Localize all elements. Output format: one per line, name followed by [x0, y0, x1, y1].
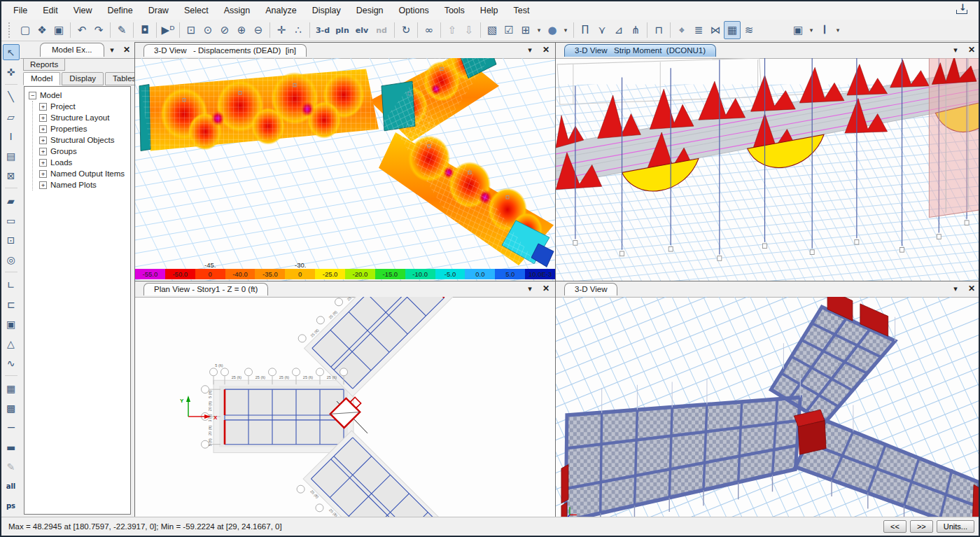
- new-model-icon[interactable]: ▢: [17, 21, 34, 39]
- menu-item[interactable]: Help: [472, 3, 506, 18]
- tendon-display-icon[interactable]: ⋈: [707, 21, 724, 39]
- menu-item[interactable]: View: [66, 3, 100, 18]
- draw-edge-icon[interactable]: ∟: [3, 277, 20, 293]
- pane-title-bar[interactable]: 3-D View - Displacements (DEAD) [in] ▾ ✕: [135, 43, 555, 59]
- tree-root[interactable]: −Model: [29, 90, 129, 101]
- draw-beam-strip-icon[interactable]: Ⅰ: [3, 419, 19, 436]
- reshape-object-icon[interactable]: ✜: [3, 64, 20, 80]
- ramp-loads-icon[interactable]: ⊿: [610, 21, 627, 39]
- contour-display-icon[interactable]: ▦: [724, 21, 741, 39]
- explorer-close-icon[interactable]: ✕: [123, 45, 130, 55]
- zoom-out-icon[interactable]: ⊖: [250, 21, 267, 39]
- select-previous-icon[interactable]: ps: [3, 498, 20, 514]
- tree-item[interactable]: +Project: [39, 101, 129, 112]
- view-elevation-button[interactable]: elv: [352, 21, 372, 39]
- zoom-previous-icon[interactable]: ⊘: [216, 21, 233, 39]
- shaded-view-icon[interactable]: ●: [544, 21, 561, 39]
- expand-icon[interactable]: +: [39, 114, 47, 122]
- tree-item[interactable]: +Groups: [39, 146, 129, 157]
- quick-draw-area-icon[interactable]: ⊡: [3, 232, 20, 248]
- dock-arrow-icon[interactable]: ↓: [956, 4, 967, 14]
- distributed-loads-icon[interactable]: ⋔: [627, 21, 644, 39]
- draw-wall-icon[interactable]: ▤: [3, 148, 20, 164]
- move-down-icon[interactable]: ⇩: [461, 21, 477, 39]
- pane-close-icon[interactable]: ✕: [968, 284, 975, 293]
- menu-item[interactable]: Options: [391, 3, 437, 18]
- displacement-viewport[interactable]: -55.0-50.00-40.0-35.00-25.0-20.0-15.0-10…: [135, 58, 555, 281]
- pane-title-bar[interactable]: 3-D View ▾ ✕: [556, 281, 980, 298]
- view-options-icon[interactable]: ∞: [421, 21, 438, 39]
- draw-circle-area-icon[interactable]: ◎: [3, 251, 20, 267]
- dropdown-caret-icon[interactable]: ▾: [833, 21, 843, 39]
- expand-icon[interactable]: +: [39, 170, 47, 178]
- draw-tendon-icon[interactable]: △: [3, 335, 20, 351]
- strips-display-icon[interactable]: ≣: [690, 21, 707, 39]
- explorer-title[interactable]: Model Ex...: [40, 43, 104, 57]
- undo-icon[interactable]: ↶: [74, 21, 90, 39]
- draw-opening-edge-icon[interactable]: ⊏: [3, 296, 20, 312]
- pane-menu-caret-icon[interactable]: ▾: [953, 46, 958, 54]
- draw-profile-icon[interactable]: ∿: [3, 355, 20, 371]
- units-button[interactable]: Units...: [937, 520, 974, 533]
- collapse-icon[interactable]: −: [29, 92, 36, 99]
- beam-display-icon[interactable]: Ⅰ: [816, 21, 833, 39]
- zoom-window-icon[interactable]: ⊡: [183, 21, 200, 39]
- next-result-button[interactable]: >>: [910, 520, 933, 533]
- pane-menu-caret-icon[interactable]: ▾: [528, 46, 532, 54]
- menu-item[interactable]: Design: [349, 3, 391, 18]
- menu-item[interactable]: Define: [100, 3, 141, 18]
- tab-model[interactable]: Model: [23, 72, 60, 85]
- frame-display-icon[interactable]: ⊓: [650, 21, 667, 39]
- draw-rect-area-icon[interactable]: ▭: [3, 212, 20, 228]
- pane-title-bar[interactable]: Plan View - Story1 - Z = 0 (ft) ▾ ✕: [135, 281, 555, 298]
- strip-moment-viewport[interactable]: [556, 58, 980, 281]
- tree-item[interactable]: +Properties: [39, 123, 129, 134]
- expand-icon[interactable]: +: [39, 103, 47, 111]
- dropdown-caret-icon[interactable]: ▾: [561, 21, 570, 39]
- pane-tab-3d[interactable]: 3-D View: [564, 283, 617, 295]
- draw-frame-icon[interactable]: ▱: [3, 109, 20, 125]
- move-up-icon[interactable]: ⇧: [444, 21, 461, 39]
- draw-brace-icon[interactable]: ⊠: [3, 167, 20, 183]
- pane-menu-caret-icon[interactable]: ▾: [953, 284, 958, 293]
- walkthrough-icon[interactable]: ∴: [290, 21, 307, 39]
- pane-tab-displacements[interactable]: 3-D View - Displacements (DEAD) [in]: [144, 44, 307, 57]
- expand-icon[interactable]: +: [39, 137, 47, 144]
- draw-line-icon[interactable]: ╲: [3, 89, 20, 105]
- open-model-icon[interactable]: ❖: [34, 21, 50, 39]
- menu-item[interactable]: Analyze: [258, 3, 304, 18]
- model-3d-viewport[interactable]: [556, 297, 980, 519]
- view-nd-button[interactable]: nd: [372, 21, 391, 39]
- edit-icon[interactable]: ✎: [113, 21, 130, 39]
- tree-item[interactable]: +Structure Layout: [39, 112, 129, 123]
- pane-close-icon[interactable]: ✕: [542, 45, 550, 55]
- draw-strip-icon[interactable]: ▬: [3, 439, 20, 455]
- zoom-extents-icon[interactable]: ⊙: [200, 21, 216, 39]
- expand-icon[interactable]: +: [39, 181, 47, 189]
- tree-item[interactable]: +Loads: [39, 157, 129, 168]
- zoom-in-icon[interactable]: ⊕: [233, 21, 250, 39]
- pane-close-icon[interactable]: ✕: [968, 45, 975, 55]
- tree-item[interactable]: +Structural Objects: [39, 134, 129, 146]
- expand-icon[interactable]: +: [39, 159, 47, 167]
- pane-tab-plan[interactable]: Plan View - Story1 - Z = 0 (ft): [144, 283, 268, 295]
- save-model-icon[interactable]: ▣: [50, 21, 67, 39]
- tree-item[interactable]: +Named Plots: [39, 179, 129, 190]
- pane-title-bar[interactable]: 3-D View Strip Moment (DCONU1) ▾ ✕: [556, 43, 980, 59]
- expand-icon[interactable]: +: [39, 148, 47, 155]
- rotate-3d-icon[interactable]: ↻: [398, 21, 414, 39]
- pane-menu-caret-icon[interactable]: ▾: [528, 284, 532, 293]
- dropdown-caret-icon[interactable]: ▾: [534, 21, 544, 39]
- view-plan-button[interactable]: pln: [332, 21, 352, 39]
- shrink-objects-icon[interactable]: ▧: [484, 21, 500, 39]
- draw-slope-icon[interactable]: ✎: [3, 459, 20, 475]
- menu-item[interactable]: File: [6, 3, 35, 18]
- draw-mesh-icon[interactable]: ▩: [3, 400, 20, 416]
- tree-item[interactable]: +Named Output Items: [39, 168, 129, 179]
- pin-support-icon[interactable]: ⌖: [673, 21, 690, 39]
- pane-tab-strip-moment[interactable]: 3-D View Strip Moment (DCONU1): [564, 44, 716, 57]
- explorer-menu-caret-icon[interactable]: ▾: [110, 46, 114, 54]
- point-assign-icon[interactable]: ⋎: [594, 21, 610, 39]
- plan-viewport[interactable]: 25 (ft) 25 (ft) 25 (ft) 25 (ft) 25 (ft): [135, 297, 555, 519]
- draw-opening-icon[interactable]: ▣: [3, 316, 20, 332]
